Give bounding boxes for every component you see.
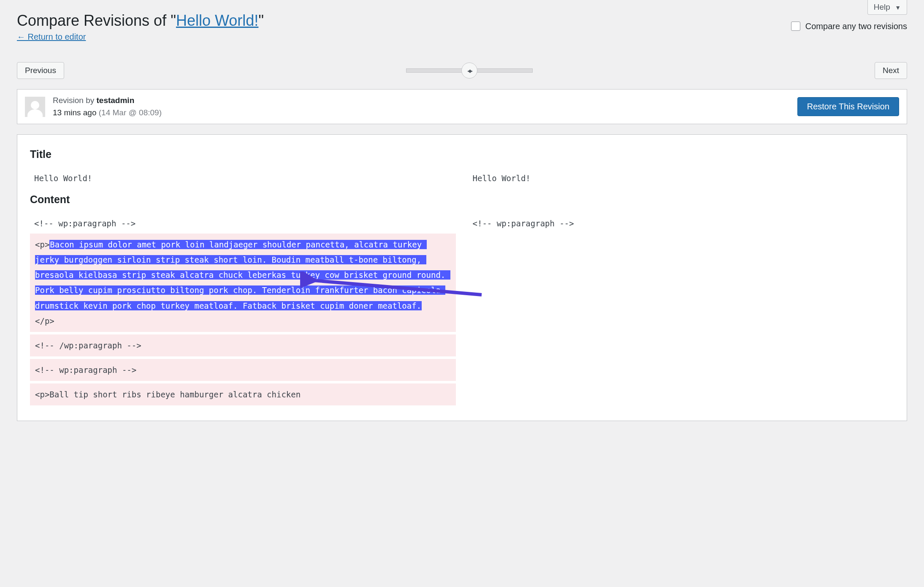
slider-handle[interactable]: ◂▸ xyxy=(461,63,477,79)
removed-line-5: <p>Ball tip short ribs ribeye hamburger … xyxy=(30,383,456,405)
revision-slider[interactable]: ◂▸ xyxy=(406,68,533,73)
heading-prefix: Compare Revisions of " xyxy=(17,12,176,29)
page-title: Compare Revisions of "Hello World!" xyxy=(17,12,907,30)
compare-two-label: Compare any two revisions xyxy=(805,22,907,31)
removed-p-close: </p> xyxy=(35,316,54,326)
help-tab[interactable]: Help ▼ xyxy=(867,0,907,15)
slider-handle-icon: ◂▸ xyxy=(467,67,471,75)
content-left-column: <p>Bacon ipsum dolor amet pork loin land… xyxy=(30,234,456,408)
post-title-link[interactable]: Hello World! xyxy=(176,12,258,29)
revision-nav: Previous ◂▸ Next xyxy=(17,62,907,79)
heading-suffix: " xyxy=(258,12,264,29)
revision-meta-box: Revision by testadmin 13 mins ago (14 Ma… xyxy=(17,89,907,124)
revision-info: Revision by testadmin 13 mins ago (14 Ma… xyxy=(53,95,162,119)
title-section-heading: Title xyxy=(30,148,894,160)
title-right: Hello World! xyxy=(469,168,894,188)
compare-two-revisions-toggle[interactable]: Compare any two revisions xyxy=(789,20,907,32)
return-to-editor-link[interactable]: ← Return to editor xyxy=(17,32,86,42)
removed-p-open: <p> xyxy=(35,240,49,249)
content-right-line1: <!-- wp:paragraph --> xyxy=(469,213,894,234)
revision-author: testadmin xyxy=(97,96,135,105)
avatar xyxy=(25,97,45,117)
chevron-down-icon: ▼ xyxy=(895,4,901,11)
content-left-line1: <!-- wp:paragraph --> xyxy=(30,213,456,234)
previous-button[interactable]: Previous xyxy=(17,62,64,79)
restore-revision-button[interactable]: Restore This Revision xyxy=(797,97,899,116)
removed-paragraph-block: <p>Bacon ipsum dolor amet pork loin land… xyxy=(30,234,456,332)
removed-line-4: <!-- wp:paragraph --> xyxy=(30,359,456,381)
content-section-heading: Content xyxy=(30,193,894,206)
revision-by-label: Revision by xyxy=(53,96,97,105)
revision-date: (14 Mar @ 08:09) xyxy=(99,108,162,117)
compare-two-checkbox[interactable] xyxy=(791,22,800,31)
removed-text: Bacon ipsum dolor amet pork loin landjae… xyxy=(35,240,450,310)
revision-ago: 13 mins ago xyxy=(53,108,97,117)
content-right-column xyxy=(469,234,894,408)
next-button[interactable]: Next xyxy=(875,62,907,79)
removed-line-3: <!-- /wp:paragraph --> xyxy=(30,334,456,356)
diff-box: Title Hello World! Hello World! Content … xyxy=(17,134,907,421)
title-left: Hello World! xyxy=(30,168,456,188)
help-label: Help xyxy=(874,3,890,11)
